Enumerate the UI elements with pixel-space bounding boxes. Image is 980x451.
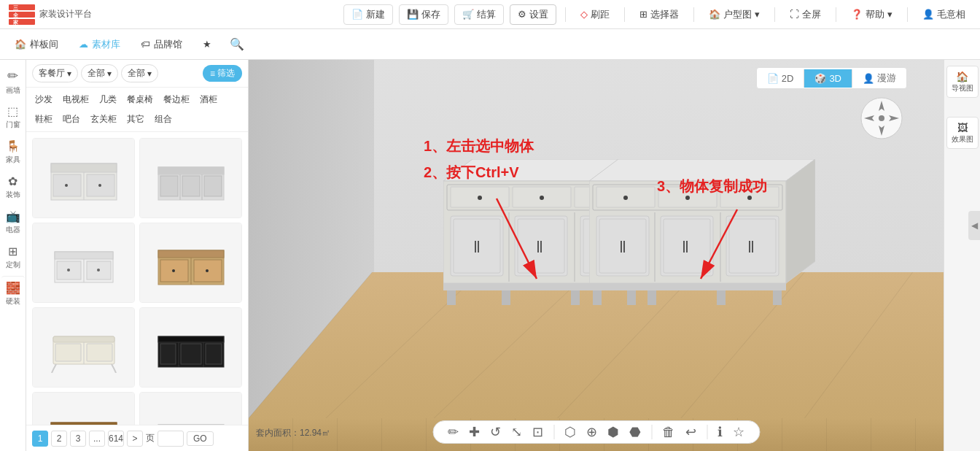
top-bar: 三 全 家 家装设计平台 📄 新建 💾 保存 🛒 结算 ⚙ 设置 ◇ 刷距 ⊞ … (0, 0, 980, 29)
hardcover-label: 硬装 (6, 296, 20, 307)
custom-label: 定制 (6, 260, 20, 270)
panel-collapse-button[interactable]: ◀ (968, 211, 980, 240)
mirror-tool[interactable]: ⬡ (564, 424, 576, 440)
svg-rect-21 (55, 252, 113, 259)
product-item[interactable] (32, 392, 135, 425)
save-button[interactable]: 💾 保存 (399, 4, 448, 25)
draw-wall-tool[interactable]: ✏ 画墙 (1, 66, 25, 98)
category-tag[interactable]: 玄关柜 (88, 112, 120, 127)
hardcover-tool[interactable]: 🧱 硬装 (1, 276, 25, 308)
group-tool[interactable]: ⬢ (607, 424, 619, 440)
category-tag[interactable]: 几类 (96, 92, 120, 107)
door-window-icon: ⬚ (7, 104, 18, 118)
product-item[interactable] (32, 138, 135, 218)
category2-filter[interactable]: 全部 ▾ (81, 64, 118, 82)
checkout-button[interactable]: 🛒 结算 (454, 4, 504, 25)
help-icon: ❓ (851, 9, 863, 20)
product-item[interactable] (139, 138, 242, 218)
scale-tool[interactable]: ⤡ (511, 424, 522, 440)
guide-view-button[interactable]: 🏠 导视图 (946, 66, 979, 98)
svg-text:全: 全 (12, 12, 19, 18)
move-tool[interactable]: ✚ (469, 424, 480, 440)
category-tag[interactable]: 吧台 (60, 112, 83, 127)
new-button[interactable]: 📄 新建 (343, 4, 393, 25)
view-mode-bar: 📄 2D 🎲 3D 👤 漫游 (756, 67, 907, 89)
product-image (33, 393, 134, 425)
category3-filter[interactable]: 全部 ▾ (121, 64, 158, 82)
floor-plan-button[interactable]: 🏠 户型图 ▾ (703, 5, 766, 24)
product-item[interactable] (139, 307, 242, 388)
category-tag[interactable]: 酒柜 (197, 92, 220, 107)
category-tags: 沙发电视柜几类餐桌椅餐边柜酒柜鞋柜吧台玄关柜其它组合 (26, 88, 248, 132)
svg-text:家: 家 (13, 19, 19, 25)
brand-hall-nav[interactable]: 🏷 品牌馆 (135, 35, 188, 54)
sample-room-nav[interactable]: 🏠 样板间 (9, 35, 64, 54)
page-button[interactable]: > (127, 431, 143, 447)
svg-point-33 (206, 269, 209, 272)
decor-tool[interactable]: ✿ 装饰 (1, 171, 25, 203)
favorite-tool[interactable]: ☆ (733, 424, 744, 440)
svg-rect-111 (596, 216, 649, 276)
measure-button[interactable]: ◇ 刷距 (575, 5, 615, 24)
product-image (140, 223, 241, 302)
page-button[interactable]: 1 (32, 431, 48, 447)
page-button[interactable]: 2 (51, 431, 67, 447)
category-tag[interactable]: 组合 (152, 112, 175, 127)
align-tool[interactable]: ⊕ (586, 424, 597, 440)
roam-icon: 👤 (863, 73, 874, 84)
category1-filter[interactable]: 客餐厅 ▾ (32, 64, 78, 82)
product-item[interactable] (139, 392, 242, 425)
page-button[interactable]: 3 (70, 431, 86, 447)
product-item[interactable] (32, 307, 135, 388)
product-image (33, 139, 134, 217)
user-button[interactable]: 👤 毛意相 (917, 5, 971, 24)
product-item[interactable] (139, 223, 242, 303)
svg-point-107 (685, 196, 690, 200)
svg-point-32 (172, 269, 175, 272)
separator5 (836, 7, 836, 22)
product-item[interactable] (32, 223, 135, 303)
split-tool[interactable]: ⬣ (629, 424, 641, 440)
info-tool[interactable]: ℹ (718, 424, 723, 440)
effect-button[interactable]: 🖼 效果图 (946, 117, 979, 149)
3d-mode-button[interactable]: 🎲 3D (804, 69, 852, 88)
go-button[interactable]: GO (187, 431, 214, 446)
delete-tool[interactable]: 🗑 (662, 425, 675, 440)
page-button[interactable]: ... (89, 431, 105, 447)
material-lib-nav[interactable]: ☁ 素材库 (73, 35, 126, 54)
2d-icon: 📄 (767, 73, 779, 84)
svg-rect-43 (160, 344, 176, 364)
fullscreen-button[interactable]: ⛶ 全屏 (784, 5, 827, 24)
nav-compass[interactable] (860, 96, 903, 140)
favorites-nav[interactable]: ★ (197, 36, 217, 53)
settings-button[interactable]: ⚙ 设置 (510, 4, 556, 25)
2d-mode-button[interactable]: 📄 2D (757, 69, 805, 88)
viewport[interactable]: 1、左击选中物体 2、按下Ctrl+V 3、物体复制成功 (249, 60, 944, 451)
category-tag[interactable]: 餐边柜 (160, 92, 192, 107)
category-tag[interactable]: 鞋柜 (32, 112, 55, 127)
svg-point-11 (65, 184, 68, 187)
help-button[interactable]: ❓ 帮助 ▾ (845, 5, 898, 24)
selector-button[interactable]: ⊞ 选择器 (634, 5, 685, 24)
custom-tool[interactable]: ⊞ 定制 (1, 241, 25, 273)
copy-tool[interactable]: ⊡ (532, 424, 543, 440)
effect-icon: 🖼 (957, 122, 968, 134)
roam-mode-button[interactable]: 👤 漫游 (852, 68, 906, 88)
sort-filter[interactable]: ≡ 筛选 (203, 65, 242, 82)
furniture-tool[interactable]: 🪑 家具 (1, 136, 25, 168)
category-tag[interactable]: 电视柜 (60, 92, 92, 107)
star-icon: ★ (203, 39, 211, 50)
category-tag[interactable]: 餐桌椅 (124, 92, 156, 107)
pencil-tool[interactable]: ✏ (448, 424, 459, 440)
page-button[interactable]: 614 (108, 431, 124, 447)
undo-tool[interactable]: ↩ (685, 424, 696, 440)
custom-icon: ⊞ (8, 244, 18, 258)
electronics-tool[interactable]: 📺 电器 (1, 206, 25, 238)
svg-point-26 (97, 269, 100, 271)
rotate-tool[interactable]: ↺ (490, 424, 501, 440)
category-tag[interactable]: 沙发 (32, 92, 55, 107)
door-window-tool[interactable]: ⬚ 门窗 (1, 101, 25, 133)
search-button[interactable]: 🔍 (226, 34, 248, 55)
category-tag[interactable]: 其它 (124, 112, 147, 127)
page-input[interactable] (158, 431, 184, 447)
